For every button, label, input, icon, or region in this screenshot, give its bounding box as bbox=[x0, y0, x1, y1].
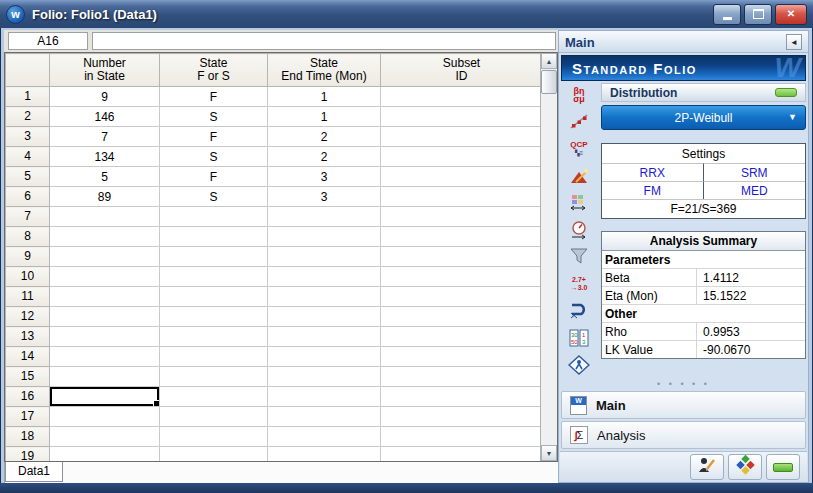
grid-cell[interactable] bbox=[160, 207, 268, 227]
grid-cell[interactable] bbox=[381, 167, 541, 187]
analyst-edit-button[interactable] bbox=[690, 454, 724, 480]
change-units-icon[interactable] bbox=[565, 218, 593, 242]
grid-cell[interactable] bbox=[268, 387, 381, 407]
distribution-dropdown[interactable]: 2P-Weibull ▼ bbox=[601, 105, 806, 130]
grid-cell[interactable] bbox=[160, 327, 268, 347]
column-header-3[interactable]: StateEnd Time (Mon) bbox=[268, 54, 381, 87]
grid-cell[interactable]: 3 bbox=[268, 187, 381, 207]
setting-rrx[interactable]: RRX bbox=[602, 163, 704, 181]
row-header[interactable]: 8 bbox=[6, 227, 50, 247]
collapse-panel-button[interactable]: ◄ bbox=[786, 34, 802, 50]
grid-cell[interactable]: F bbox=[160, 87, 268, 107]
grid-cell[interactable] bbox=[381, 267, 541, 287]
select-all-corner[interactable] bbox=[6, 54, 50, 87]
grid-cell[interactable] bbox=[381, 387, 541, 407]
row-header[interactable]: 19 bbox=[6, 447, 50, 462]
cell-reference-box[interactable]: A16 bbox=[8, 32, 88, 50]
grid-cell[interactable] bbox=[50, 267, 160, 287]
grid-cell[interactable] bbox=[381, 107, 541, 127]
row-header[interactable]: 2 bbox=[6, 107, 50, 127]
formula-input[interactable] bbox=[92, 32, 556, 50]
grid-cell[interactable] bbox=[50, 307, 160, 327]
grid-cell[interactable] bbox=[50, 367, 160, 387]
grid-cell[interactable]: 1 bbox=[268, 107, 381, 127]
scroll-down-icon[interactable]: ▼ bbox=[541, 445, 557, 461]
grid-cell[interactable] bbox=[381, 87, 541, 107]
grid-cell[interactable] bbox=[268, 207, 381, 227]
simumatic-icon[interactable] bbox=[565, 353, 593, 377]
grid-cell[interactable]: S bbox=[160, 107, 268, 127]
alter-data-type-icon[interactable] bbox=[565, 191, 593, 215]
grid-cell[interactable] bbox=[50, 447, 160, 462]
setting-srm[interactable]: SRM bbox=[704, 163, 806, 181]
grid-cell[interactable] bbox=[381, 367, 541, 387]
transfer-data-icon[interactable]: 305013 bbox=[565, 326, 593, 350]
grid-cell[interactable]: F bbox=[160, 127, 268, 147]
grid-cell[interactable]: 2 bbox=[268, 127, 381, 147]
column-header-4[interactable]: SubsetID bbox=[381, 54, 541, 87]
grid-cell[interactable]: 89 bbox=[50, 187, 160, 207]
grid-cell[interactable] bbox=[160, 367, 268, 387]
publish-status-button[interactable] bbox=[766, 454, 800, 480]
column-header-2[interactable]: StateF or S bbox=[160, 54, 268, 87]
grid-cell[interactable] bbox=[50, 327, 160, 347]
grid-cell[interactable] bbox=[268, 327, 381, 347]
grid-cell[interactable] bbox=[381, 407, 541, 427]
grid-cell[interactable] bbox=[50, 427, 160, 447]
row-header[interactable]: 16 bbox=[6, 387, 50, 407]
grid-cell[interactable]: 7 bbox=[50, 127, 160, 147]
row-header[interactable]: 13 bbox=[6, 327, 50, 347]
scrollbar-thumb[interactable] bbox=[541, 70, 557, 94]
grid-cell[interactable]: S bbox=[160, 147, 268, 167]
row-header[interactable]: 9 bbox=[6, 247, 50, 267]
column-header-1[interactable]: Numberin State bbox=[50, 54, 160, 87]
quick-action-wizard-icon[interactable] bbox=[565, 164, 593, 188]
selected-cell[interactable] bbox=[50, 387, 160, 407]
maximize-button[interactable] bbox=[744, 4, 772, 25]
grid-cell[interactable] bbox=[268, 247, 381, 267]
sheet-tab-data1[interactable]: Data1 bbox=[5, 462, 63, 482]
grid-cell[interactable] bbox=[268, 407, 381, 427]
row-header[interactable]: 6 bbox=[6, 187, 50, 207]
grid-cell[interactable]: 9 bbox=[50, 87, 160, 107]
grid-cell[interactable] bbox=[268, 447, 381, 462]
grid-cell[interactable] bbox=[381, 427, 541, 447]
distribution-parameters-icon[interactable]: βησμ bbox=[565, 83, 593, 107]
grid-cell[interactable] bbox=[50, 207, 160, 227]
scroll-up-icon[interactable]: ▲ bbox=[541, 53, 557, 69]
grouping-icon[interactable] bbox=[565, 299, 593, 323]
grid-cell[interactable] bbox=[160, 347, 268, 367]
row-header[interactable]: 11 bbox=[6, 287, 50, 307]
grid-cell[interactable] bbox=[381, 207, 541, 227]
grid-cell[interactable]: 134 bbox=[50, 147, 160, 167]
grid-cell[interactable] bbox=[160, 447, 268, 462]
splitter-grip[interactable]: • • • • • bbox=[559, 381, 808, 387]
round-times-icon[interactable]: 2.7+→3.0 bbox=[565, 272, 593, 296]
grid-cell[interactable] bbox=[268, 367, 381, 387]
probability-plot-icon[interactable] bbox=[565, 110, 593, 134]
grid-cell[interactable] bbox=[381, 247, 541, 267]
tab-analysis[interactable]: ∫ΣAnalysis bbox=[561, 421, 806, 449]
row-header[interactable]: 18 bbox=[6, 427, 50, 447]
grid-cell[interactable]: 146 bbox=[50, 107, 160, 127]
row-header[interactable]: 3 bbox=[6, 127, 50, 147]
grid-cell[interactable]: 2 bbox=[268, 147, 381, 167]
close-button[interactable]: ✕ bbox=[775, 4, 807, 25]
row-header[interactable]: 1 bbox=[6, 87, 50, 107]
qcp-icon[interactable]: QCP▚≡ bbox=[565, 137, 593, 161]
grid-cell[interactable] bbox=[381, 147, 541, 167]
grid-cell[interactable] bbox=[381, 347, 541, 367]
grid-cell[interactable]: 5 bbox=[50, 167, 160, 187]
grid-cell[interactable] bbox=[160, 227, 268, 247]
grid-cell[interactable]: F bbox=[160, 167, 268, 187]
grid-cell[interactable] bbox=[268, 267, 381, 287]
grid-cell[interactable] bbox=[268, 427, 381, 447]
grid-cell[interactable] bbox=[268, 227, 381, 247]
grid-cell[interactable] bbox=[381, 447, 541, 462]
grid-cell[interactable] bbox=[160, 247, 268, 267]
grid-cell[interactable] bbox=[160, 267, 268, 287]
minimize-button[interactable] bbox=[713, 4, 741, 25]
grid-cell[interactable] bbox=[160, 427, 268, 447]
row-header[interactable]: 15 bbox=[6, 367, 50, 387]
grid-cell[interactable] bbox=[50, 227, 160, 247]
